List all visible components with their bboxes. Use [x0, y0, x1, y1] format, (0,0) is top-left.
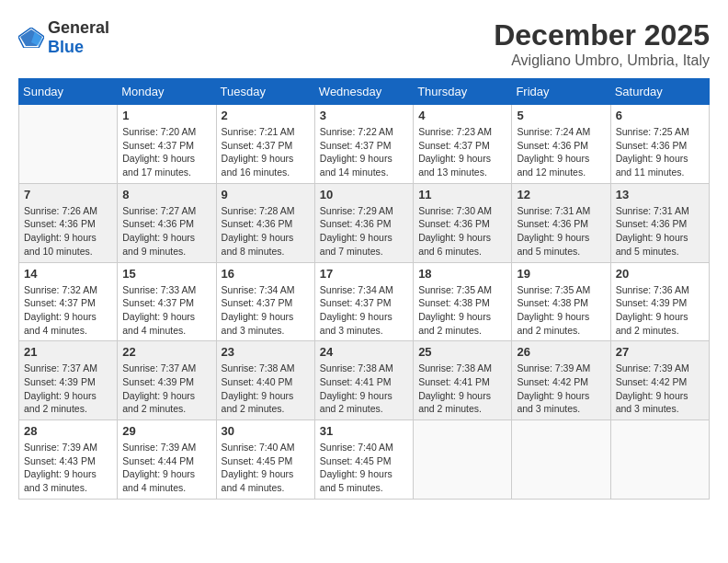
calendar-cell: 20Sunrise: 7:36 AMSunset: 4:39 PMDayligh… [610, 262, 709, 341]
day-number: 10 [320, 188, 408, 201]
calendar-cell: 17Sunrise: 7:34 AMSunset: 4:37 PMDayligh… [314, 262, 413, 341]
day-info: Sunrise: 7:30 AMSunset: 4:36 PMDaylight:… [418, 204, 506, 259]
day-info: Sunrise: 7:38 AMSunset: 4:40 PMDaylight:… [222, 362, 310, 416]
day-info: Sunrise: 7:37 AMSunset: 4:39 PMDaylight:… [24, 362, 112, 416]
weekday-header-wednesday: Wednesday [314, 79, 413, 105]
day-number: 7 [24, 188, 112, 201]
day-number: 13 [616, 188, 704, 201]
calendar-cell: 3Sunrise: 7:22 AMSunset: 4:37 PMDaylight… [314, 105, 413, 184]
month-title: December 2025 [494, 18, 710, 52]
calendar-cell: 27Sunrise: 7:39 AMSunset: 4:42 PMDayligh… [610, 341, 709, 420]
calendar-cell: 5Sunrise: 7:24 AMSunset: 4:36 PMDaylight… [512, 105, 610, 184]
day-number: 31 [320, 424, 408, 438]
day-info: Sunrise: 7:38 AMSunset: 4:41 PMDaylight:… [418, 362, 506, 416]
location-title: Avigliano Umbro, Umbria, Italy [494, 52, 710, 69]
day-info: Sunrise: 7:38 AMSunset: 4:41 PMDaylight:… [320, 362, 408, 416]
calendar-cell: 6Sunrise: 7:25 AMSunset: 4:36 PMDaylight… [610, 105, 709, 184]
day-number: 11 [418, 188, 506, 201]
day-info: Sunrise: 7:39 AMSunset: 4:44 PMDaylight:… [122, 441, 210, 495]
calendar-week-row: 1Sunrise: 7:20 AMSunset: 4:37 PMDaylight… [19, 105, 710, 184]
day-number: 14 [24, 267, 112, 281]
calendar-cell: 31Sunrise: 7:40 AMSunset: 4:45 PMDayligh… [314, 420, 413, 500]
calendar-cell: 14Sunrise: 7:32 AMSunset: 4:37 PMDayligh… [19, 262, 118, 341]
day-info: Sunrise: 7:32 AMSunset: 4:37 PMDaylight:… [24, 283, 112, 338]
day-info: Sunrise: 7:36 AMSunset: 4:39 PMDaylight:… [616, 283, 704, 338]
day-info: Sunrise: 7:31 AMSunset: 4:36 PMDaylight:… [616, 204, 704, 259]
logo-text: General Blue [48, 18, 109, 57]
calendar-cell: 30Sunrise: 7:40 AMSunset: 4:45 PMDayligh… [216, 420, 314, 500]
day-info: Sunrise: 7:20 AMSunset: 4:37 PMDaylight:… [122, 125, 210, 179]
day-info: Sunrise: 7:26 AMSunset: 4:36 PMDaylight:… [24, 204, 112, 259]
day-info: Sunrise: 7:39 AMSunset: 4:42 PMDaylight:… [517, 362, 605, 416]
day-number: 18 [418, 267, 506, 281]
day-number: 21 [24, 345, 112, 359]
calendar-cell [19, 105, 118, 184]
calendar-cell: 25Sunrise: 7:38 AMSunset: 4:41 PMDayligh… [414, 341, 512, 420]
day-info: Sunrise: 7:29 AMSunset: 4:36 PMDaylight:… [320, 204, 408, 259]
calendar-cell [512, 420, 610, 500]
day-number: 27 [616, 345, 704, 359]
day-number: 12 [517, 188, 605, 201]
weekday-header-thursday: Thursday [414, 79, 512, 105]
day-number: 6 [616, 109, 704, 122]
day-info: Sunrise: 7:39 AMSunset: 4:43 PMDaylight:… [24, 441, 112, 495]
calendar-week-row: 14Sunrise: 7:32 AMSunset: 4:37 PMDayligh… [19, 262, 710, 341]
calendar-table: SundayMondayTuesdayWednesdayThursdayFrid… [18, 78, 710, 500]
day-number: 19 [517, 267, 605, 281]
day-info: Sunrise: 7:39 AMSunset: 4:42 PMDaylight:… [616, 362, 704, 416]
calendar-cell: 15Sunrise: 7:33 AMSunset: 4:37 PMDayligh… [118, 262, 216, 341]
day-number: 20 [616, 267, 704, 281]
day-number: 9 [222, 188, 310, 201]
day-number: 22 [122, 345, 210, 359]
calendar-week-row: 28Sunrise: 7:39 AMSunset: 4:43 PMDayligh… [19, 420, 710, 500]
title-area: December 2025 Avigliano Umbro, Umbria, I… [494, 18, 710, 69]
day-number: 17 [320, 267, 408, 281]
day-info: Sunrise: 7:24 AMSunset: 4:36 PMDaylight:… [517, 125, 605, 179]
day-number: 24 [320, 345, 408, 359]
logo-icon [18, 28, 44, 48]
calendar-cell [414, 420, 512, 500]
weekday-header-row: SundayMondayTuesdayWednesdayThursdayFrid… [19, 79, 710, 105]
weekday-header-monday: Monday [118, 79, 216, 105]
calendar-cell: 19Sunrise: 7:35 AMSunset: 4:38 PMDayligh… [512, 262, 610, 341]
calendar-cell: 11Sunrise: 7:30 AMSunset: 4:36 PMDayligh… [414, 183, 512, 262]
calendar-cell: 2Sunrise: 7:21 AMSunset: 4:37 PMDaylight… [216, 105, 314, 184]
calendar-week-row: 7Sunrise: 7:26 AMSunset: 4:36 PMDaylight… [19, 183, 710, 262]
day-info: Sunrise: 7:28 AMSunset: 4:36 PMDaylight:… [222, 204, 310, 259]
calendar-cell: 7Sunrise: 7:26 AMSunset: 4:36 PMDaylight… [19, 183, 118, 262]
day-number: 4 [418, 109, 506, 122]
day-info: Sunrise: 7:31 AMSunset: 4:36 PMDaylight:… [517, 204, 605, 259]
calendar-cell: 10Sunrise: 7:29 AMSunset: 4:36 PMDayligh… [314, 183, 413, 262]
day-info: Sunrise: 7:40 AMSunset: 4:45 PMDaylight:… [222, 441, 310, 495]
day-number: 5 [517, 109, 605, 122]
day-info: Sunrise: 7:34 AMSunset: 4:37 PMDaylight:… [222, 283, 310, 338]
day-info: Sunrise: 7:35 AMSunset: 4:38 PMDaylight:… [517, 283, 605, 338]
calendar-cell: 16Sunrise: 7:34 AMSunset: 4:37 PMDayligh… [216, 262, 314, 341]
calendar-week-row: 21Sunrise: 7:37 AMSunset: 4:39 PMDayligh… [19, 341, 710, 420]
day-info: Sunrise: 7:22 AMSunset: 4:37 PMDaylight:… [320, 125, 408, 179]
day-number: 1 [122, 109, 210, 122]
day-number: 23 [222, 345, 310, 359]
logo: General Blue [18, 18, 109, 57]
day-number: 2 [222, 109, 310, 122]
day-number: 28 [24, 424, 112, 438]
day-info: Sunrise: 7:25 AMSunset: 4:36 PMDaylight:… [616, 125, 704, 179]
day-info: Sunrise: 7:21 AMSunset: 4:37 PMDaylight:… [222, 125, 310, 179]
calendar-cell: 4Sunrise: 7:23 AMSunset: 4:37 PMDaylight… [414, 105, 512, 184]
day-info: Sunrise: 7:33 AMSunset: 4:37 PMDaylight:… [122, 283, 210, 338]
weekday-header-tuesday: Tuesday [216, 79, 314, 105]
day-number: 25 [418, 345, 506, 359]
day-info: Sunrise: 7:37 AMSunset: 4:39 PMDaylight:… [122, 362, 210, 416]
day-info: Sunrise: 7:35 AMSunset: 4:38 PMDaylight:… [418, 283, 506, 338]
day-number: 3 [320, 109, 408, 122]
calendar-cell [610, 420, 709, 500]
day-info: Sunrise: 7:23 AMSunset: 4:37 PMDaylight:… [418, 125, 506, 179]
calendar-cell: 1Sunrise: 7:20 AMSunset: 4:37 PMDaylight… [118, 105, 216, 184]
calendar-cell: 13Sunrise: 7:31 AMSunset: 4:36 PMDayligh… [610, 183, 709, 262]
logo-blue: Blue [48, 38, 84, 56]
weekday-header-sunday: Sunday [19, 79, 118, 105]
day-number: 15 [122, 267, 210, 281]
calendar-cell: 21Sunrise: 7:37 AMSunset: 4:39 PMDayligh… [19, 341, 118, 420]
calendar-cell: 28Sunrise: 7:39 AMSunset: 4:43 PMDayligh… [19, 420, 118, 500]
day-number: 29 [122, 424, 210, 438]
